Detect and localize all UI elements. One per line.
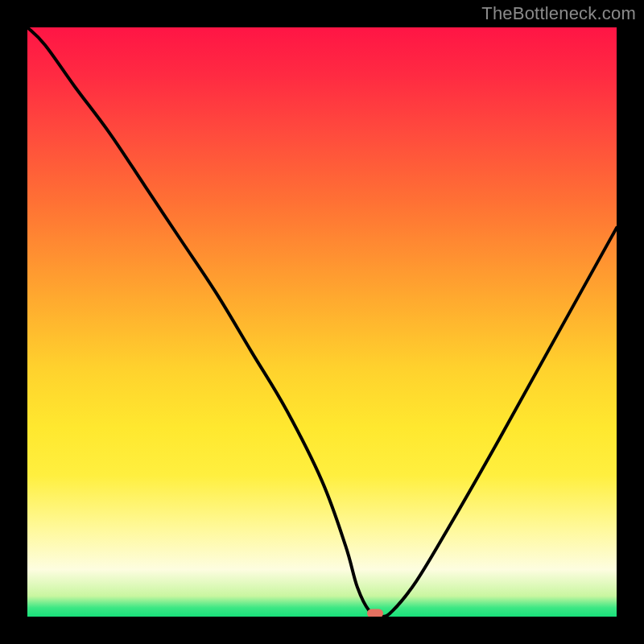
curve-svg bbox=[27, 27, 617, 617]
bottleneck-curve-path bbox=[27, 27, 617, 617]
trough-marker bbox=[367, 609, 383, 617]
plot-area bbox=[27, 27, 617, 617]
watermark-text: TheBottleneck.com bbox=[481, 3, 636, 24]
chart-frame: TheBottleneck.com bbox=[0, 0, 644, 644]
